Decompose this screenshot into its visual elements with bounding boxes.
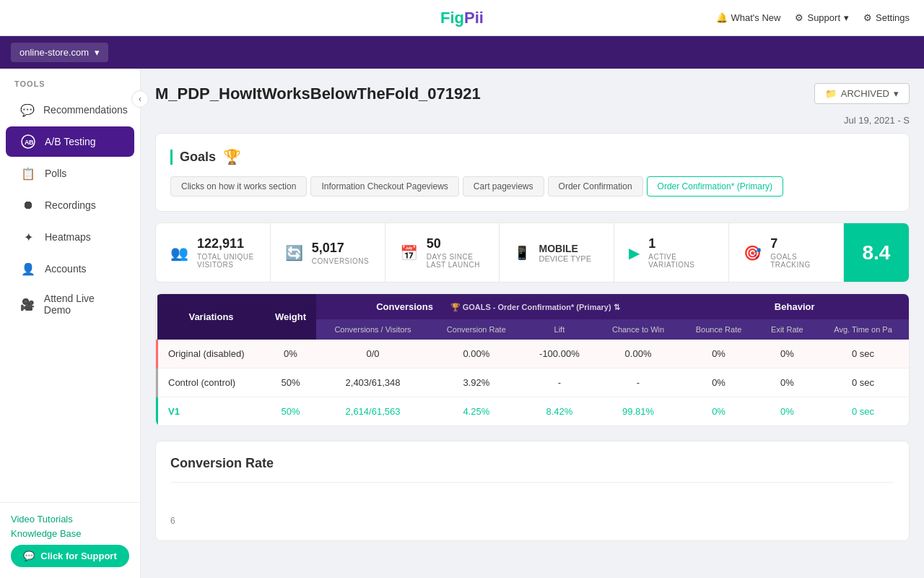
video-tutorials-link[interactable]: Video Tutorials bbox=[11, 514, 129, 525]
sidebar-item-accounts[interactable]: 👤 Accounts bbox=[6, 254, 134, 284]
stat-goals: 🎯 7 GOALS TRACKING bbox=[729, 223, 844, 282]
stat-device-value: MOBILE bbox=[539, 243, 591, 254]
sidebar-collapse-button[interactable]: ‹ bbox=[131, 90, 149, 108]
row-lift: -100.00% bbox=[523, 340, 596, 368]
row-conv-visitors: 2,403/61,348 bbox=[316, 368, 430, 397]
stat-visitors-value: 122,911 bbox=[197, 236, 256, 251]
goal-tab-order[interactable]: Order Confirmation bbox=[548, 176, 643, 197]
row-weight: 50% bbox=[266, 368, 316, 397]
data-table: Variations Weight Conversions 🏆 GOALS - … bbox=[156, 294, 909, 426]
col-variations: Variations bbox=[157, 294, 266, 340]
table-row: V1 50% 2,614/61,563 4.25% 8.42% 99.81% 0… bbox=[157, 397, 910, 426]
stat-conversions-content: 5,017 CONVERSIONS bbox=[312, 241, 369, 265]
row-bounce-rate: 0% bbox=[680, 397, 757, 426]
archived-badge[interactable]: 📁 ARCHIVED ▾ bbox=[814, 83, 910, 104]
row-lift: 8.42% bbox=[523, 397, 596, 426]
sidebar-item-polls[interactable]: 📋 Polls bbox=[6, 158, 134, 189]
stat-visitors-content: 122,911 TOTAL UNIQUE VISITORS bbox=[197, 236, 256, 269]
chart-area: 6 bbox=[170, 482, 894, 526]
row-chance-to-win: 0.00% bbox=[596, 340, 681, 368]
app-logo: FigPii bbox=[440, 9, 484, 27]
row-conv-rate: 0.00% bbox=[430, 340, 523, 368]
knowledge-base-link[interactable]: Knowledge Base bbox=[11, 528, 129, 539]
play-icon: ▶ bbox=[629, 244, 640, 262]
domain-bar: online-store.com ▾ bbox=[0, 36, 924, 69]
heatmaps-icon: ✦ bbox=[20, 229, 36, 245]
stat-conversions-value: 5,017 bbox=[312, 241, 369, 256]
col-bounce-rate: Bounce Rate bbox=[680, 319, 757, 340]
ab-testing-icon: A B bbox=[20, 134, 36, 150]
goal-tab-checkout[interactable]: Information Checkout Pageviews bbox=[310, 176, 458, 197]
goals-header: Goals 🏆 bbox=[170, 148, 894, 165]
stat-device-label: DEVICE TYPE bbox=[539, 254, 591, 263]
sidebar-item-recordings[interactable]: ⏺ Recordings bbox=[6, 190, 134, 220]
goal-tab-order-primary[interactable]: Order Confirmation* (Primary) bbox=[647, 176, 783, 197]
col-lift: Lift bbox=[523, 319, 596, 340]
visitors-icon: 👥 bbox=[170, 244, 188, 262]
stat-device-content: MOBILE DEVICE TYPE bbox=[539, 243, 591, 263]
row-avg-time: 0 sec bbox=[817, 368, 909, 397]
sidebar-item-heatmaps[interactable]: ✦ Heatmaps bbox=[6, 222, 134, 252]
row-chance-to-win: - bbox=[596, 368, 681, 397]
sidebar-item-label: Accounts bbox=[45, 263, 87, 275]
row-lift: - bbox=[523, 368, 596, 397]
data-table-container: Variations Weight Conversions 🏆 GOALS - … bbox=[155, 293, 910, 426]
gear-icon: ⚙ bbox=[795, 12, 803, 23]
accounts-icon: 👤 bbox=[20, 261, 36, 277]
stat-days-value: 50 bbox=[427, 236, 485, 251]
sidebar-item-ab-testing[interactable]: A B A/B Testing bbox=[6, 126, 134, 157]
goals-tabs: Clicks on how it works section Informati… bbox=[170, 176, 894, 197]
sidebar-item-label: Heatmaps bbox=[45, 231, 91, 243]
stat-variations-content: 1 ACTIVE VARIATIONS bbox=[648, 236, 714, 269]
sidebar-item-label: Polls bbox=[45, 168, 66, 179]
row-name: Original (disabled) bbox=[157, 340, 266, 368]
goal-tab-clicks[interactable]: Clicks on how it works section bbox=[170, 176, 307, 197]
table-row: Control (control) 50% 2,403/61,348 3.92%… bbox=[157, 368, 910, 397]
col-weight: Weight bbox=[266, 294, 316, 340]
row-conv-visitors: 0/0 bbox=[316, 340, 430, 368]
row-avg-time: 0 sec bbox=[817, 397, 909, 426]
sidebar-item-attend-live-demo[interactable]: 🎥 Attend Live Demo bbox=[6, 285, 134, 323]
col-conv-visitors: Conversions / Visitors bbox=[316, 319, 430, 340]
sidebar-item-label: Attend Live Demo bbox=[44, 293, 120, 316]
row-name: V1 bbox=[157, 397, 266, 426]
stat-goals-content: 7 GOALS TRACKING bbox=[770, 236, 829, 269]
whats-new-button[interactable]: 🔔 What's New bbox=[716, 12, 781, 23]
stat-device: 📱 MOBILE DEVICE TYPE bbox=[500, 223, 614, 282]
goal-tab-cart[interactable]: Cart pageviews bbox=[463, 176, 544, 197]
stat-score-value: 8.4 bbox=[863, 241, 891, 264]
sidebar-bottom: Video Tutorials Knowledge Base 💬 Click f… bbox=[0, 502, 140, 578]
click-for-support-button[interactable]: 💬 Click for Support bbox=[11, 545, 129, 567]
chevron-down-icon: ▾ bbox=[894, 88, 899, 99]
stat-variations-value: 1 bbox=[648, 236, 714, 251]
goals-card: Goals 🏆 Clicks on how it works section I… bbox=[155, 133, 910, 212]
page-title: M_PDP_HowItWorksBelowTheFold_071921 bbox=[155, 85, 481, 103]
table-row: Original (disabled) 0% 0/0 0.00% -100.00… bbox=[157, 340, 910, 368]
trophy-icon: 🏆 bbox=[223, 148, 241, 165]
live-demo-icon: 🎥 bbox=[20, 296, 35, 312]
sidebar: ‹ TOOLS 💬 Recommendations A B A/B Testin… bbox=[0, 69, 141, 578]
col-avg-time: Avg. Time on Pa bbox=[817, 319, 909, 340]
sidebar-item-label: Recommendations bbox=[43, 104, 128, 116]
settings-button[interactable]: ⚙ Settings bbox=[863, 12, 910, 23]
support-button[interactable]: ⚙ Support ▾ bbox=[795, 12, 849, 23]
calendar-icon: 📅 bbox=[400, 244, 418, 262]
support-chat-icon: 💬 bbox=[23, 551, 35, 561]
polls-icon: 📋 bbox=[20, 165, 36, 181]
row-exit-rate: 0% bbox=[757, 368, 817, 397]
stat-days-content: 50 DAYS SINCE LAST LAUNCH bbox=[427, 236, 485, 269]
stats-row: 👥 122,911 TOTAL UNIQUE VISITORS 🔄 5,017 … bbox=[155, 223, 910, 282]
conversion-rate-title: Conversion Rate bbox=[170, 456, 894, 471]
recommendations-icon: 💬 bbox=[20, 102, 35, 118]
row-avg-time: 0 sec bbox=[817, 340, 909, 368]
col-conv-rate: Conversion Rate bbox=[430, 319, 523, 340]
domain-selector[interactable]: online-store.com ▾ bbox=[11, 43, 108, 62]
row-weight: 0% bbox=[266, 340, 316, 368]
goals-icon: 🎯 bbox=[744, 244, 762, 262]
stat-visitors: 👥 122,911 TOTAL UNIQUE VISITORS bbox=[156, 223, 271, 282]
sidebar-item-recommendations[interactable]: 💬 Recommendations bbox=[6, 95, 134, 125]
sidebar-item-label: A/B Testing bbox=[45, 136, 96, 147]
stat-visitors-label: TOTAL UNIQUE VISITORS bbox=[197, 253, 256, 269]
stat-days-label: DAYS SINCE LAST LAUNCH bbox=[427, 253, 485, 269]
row-conv-visitors: 2,614/61,563 bbox=[316, 397, 430, 426]
